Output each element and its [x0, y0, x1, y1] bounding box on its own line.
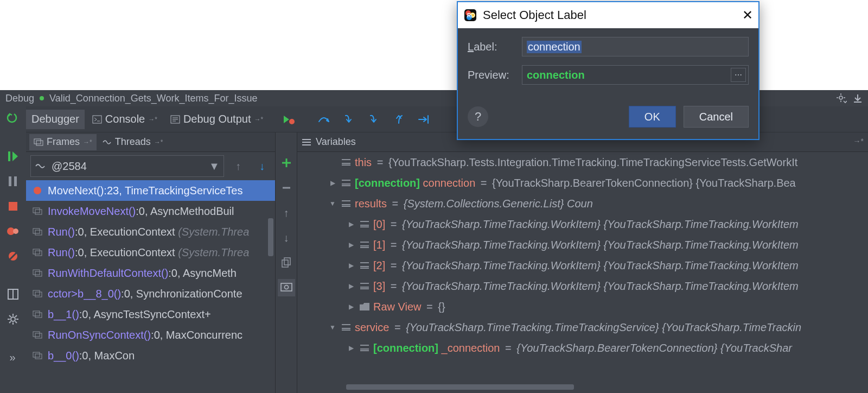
svg-rect-46 — [33, 270, 40, 275]
step-actions — [314, 110, 433, 129]
step-over-icon[interactable] — [314, 110, 334, 129]
svg-rect-3 — [14, 176, 17, 186]
session-running-icon — [40, 96, 44, 100]
field-icon — [341, 200, 352, 207]
variables-h-scrollbar[interactable] — [346, 384, 868, 390]
copy-watch-icon[interactable] — [278, 254, 295, 271]
threads-icon — [102, 138, 112, 146]
frame-up-icon[interactable]: ↑ — [228, 156, 248, 176]
frame-row[interactable]: b__0():0, MaxCon — [26, 345, 275, 366]
breakpoints-icon[interactable] — [4, 223, 22, 240]
resume-icon[interactable] — [4, 148, 22, 165]
expand-right-icon[interactable]: ▶ — [346, 303, 356, 310]
frame-text: Run():0, ExecutionContext (System.Threa — [48, 246, 249, 259]
pin-arrow-icon: →* — [83, 138, 92, 146]
dialog-titlebar[interactable]: RD Select Object Label ✕ — [458, 2, 758, 28]
variable-row[interactable]: ▼service = {YouTrackSharp.TimeTracking.T… — [297, 317, 868, 338]
variable-row[interactable]: ▼results = {System.Collections.Generic.L… — [297, 193, 868, 214]
variable-row[interactable]: ▶[0] = {YouTrackSharp.TimeTracking.WorkI… — [297, 214, 868, 234]
svg-rect-53 — [35, 333, 42, 338]
select-object-label-dialog: RD Select Object Label ✕ Label: connecti… — [457, 1, 760, 140]
hide-tool-window-icon[interactable] — [852, 92, 864, 104]
variable-row[interactable]: ▶ [connection] _connection = {YouTrackSh… — [297, 338, 868, 358]
expand-right-icon[interactable]: ▶ — [346, 241, 356, 249]
expand-down-icon[interactable]: ▼ — [328, 324, 337, 331]
cancel-button[interactable]: Cancel — [684, 106, 749, 128]
watch-down-icon[interactable]: ↓ — [278, 229, 295, 246]
expand-right-icon[interactable]: ▶ — [346, 344, 356, 352]
field-icon — [341, 159, 352, 166]
variable-row[interactable]: ▶[1] = {YouTrackSharp.TimeTracking.WorkI… — [297, 234, 868, 255]
tab-console[interactable]: Console →* — [87, 110, 163, 129]
mute-breakpoints-icon[interactable] — [4, 248, 22, 265]
settings-icon[interactable] — [4, 310, 22, 328]
variable-list[interactable]: ▶this = {YouTrackSharp.Tests.Integration… — [297, 152, 868, 393]
stop-icon[interactable] — [4, 198, 22, 215]
show-execution-point-icon[interactable] — [279, 110, 299, 129]
help-button[interactable]: ? — [468, 106, 488, 127]
frame-row[interactable]: b__1():0, AsyncTestSyncContext+ — [26, 304, 275, 325]
preview-value: connection — [527, 69, 585, 81]
pin-arrow-icon: →* — [254, 116, 263, 123]
pause-icon[interactable] — [4, 173, 22, 190]
tab-debug-output[interactable]: Debug Output →* — [165, 110, 269, 129]
show-watches-icon[interactable] — [278, 279, 295, 296]
frame-row[interactable]: Run():0, ExecutionContext (System.Threa — [26, 242, 275, 263]
variable-row[interactable]: ▶this = {YouTrackSharp.Tests.Integration… — [297, 152, 868, 173]
subtab-frames[interactable]: Frames →* — [29, 134, 97, 150]
frame-row[interactable]: MoveNext():23, TimeTrackingServiceTes — [26, 180, 275, 201]
frame-text: RunOnSyncContext():0, MaxConcurrenc — [48, 329, 242, 341]
frames-icon — [34, 138, 43, 146]
variable-text: [0] = {YouTrackSharp.TimeTracking.WorkIt… — [373, 218, 799, 231]
stack-frame-icon — [31, 269, 43, 277]
frame-row[interactable]: InvokeMoveNext():0, AsyncMethodBuil — [26, 201, 275, 221]
label-field-label: Label: — [468, 41, 514, 53]
remove-watch-icon[interactable] — [278, 179, 295, 196]
expand-right-icon[interactable]: ▶ — [346, 220, 356, 228]
frame-text: InvokeMoveNext():0, AsyncMethodBuil — [48, 205, 234, 218]
step-into-icon[interactable] — [339, 110, 359, 129]
svg-marker-33 — [284, 116, 289, 123]
layout-icon[interactable] — [4, 286, 22, 303]
scrollbar-thumb[interactable] — [268, 218, 273, 256]
ok-button[interactable]: OK — [629, 106, 676, 128]
rerun-icon[interactable] — [4, 110, 22, 127]
close-icon[interactable]: ✕ — [742, 8, 753, 23]
field-icon — [341, 324, 352, 331]
variable-row[interactable]: ▶[2] = {YouTrackSharp.TimeTracking.WorkI… — [297, 255, 868, 276]
tab-debugger[interactable]: Debugger — [26, 110, 85, 129]
breakpoint-icon — [31, 186, 43, 195]
frame-row[interactable]: Run():0, ExecutionContext (System.Threa — [26, 221, 275, 242]
field-icon — [359, 241, 370, 249]
expand-right-icon[interactable]: ▶ — [328, 179, 337, 187]
add-watch-icon[interactable] — [278, 154, 295, 172]
expand-down-icon[interactable]: ▼ — [328, 200, 337, 207]
expand-right-icon[interactable]: ▶ — [346, 282, 356, 290]
frame-list[interactable]: MoveNext():23, TimeTrackingServiceTesInv… — [26, 180, 275, 393]
variable-row[interactable]: ▶Raw View = {} — [297, 296, 868, 317]
variable-text: service = {YouTrackSharp.TimeTracking.Ti… — [355, 321, 801, 334]
label-input[interactable]: connection — [522, 37, 749, 56]
scrollbar-thumb[interactable] — [346, 384, 574, 390]
frame-row[interactable]: RunOnSyncContext():0, MaxConcurrenc — [26, 325, 275, 345]
debug-title-label: Debug — [5, 90, 34, 106]
svg-point-20 — [839, 96, 843, 99]
frame-row[interactable]: RunWithDefaultContext():0, AsyncMeth — [26, 263, 275, 283]
expand-right-icon[interactable]: ▶ — [346, 262, 356, 269]
subtab-threads-label: Threads — [115, 136, 151, 148]
frame-down-icon[interactable]: ↓ — [252, 156, 272, 176]
frame-text: Run():0, ExecutionContext (System.Threa — [48, 226, 249, 238]
variable-row[interactable]: ▶[3] = {YouTrackSharp.TimeTracking.WorkI… — [297, 276, 868, 296]
watch-up-icon[interactable]: ↑ — [278, 204, 295, 221]
variable-row[interactable]: ▶ [connection] connection = {YouTrackSha… — [297, 173, 868, 193]
preview-more-button[interactable]: ⋯ — [731, 68, 746, 82]
step-out-icon[interactable] — [389, 110, 409, 129]
field-icon — [359, 262, 370, 269]
run-to-cursor-icon[interactable] — [414, 110, 433, 129]
force-step-into-icon[interactable] — [364, 110, 384, 129]
gear-dropdown-icon[interactable] — [835, 92, 847, 104]
frame-row[interactable]: cctor>b__8_0():0, SynchronizationConte — [26, 283, 275, 304]
more-icon[interactable]: » — [4, 348, 22, 366]
thread-dropdown[interactable]: @2584 ▼ — [30, 155, 224, 177]
subtab-threads[interactable]: Threads →* — [98, 134, 168, 150]
